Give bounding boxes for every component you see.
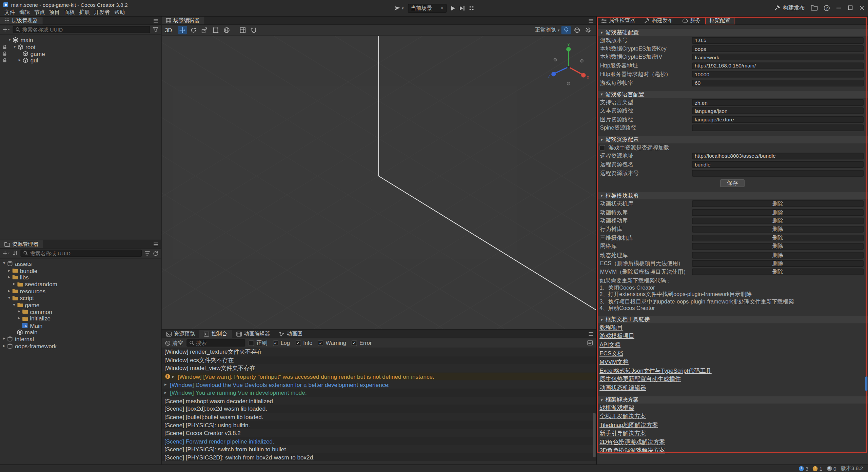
tree-node-main[interactable]: ▾main — [0, 37, 161, 43]
refresh-icon[interactable] — [153, 251, 158, 256]
mode-3d-button[interactable]: 3D — [165, 27, 172, 33]
doc-link[interactable]: 2D角色扮演游戏解决方案 — [599, 438, 665, 446]
field-input[interactable] — [692, 62, 864, 69]
doc-link[interactable]: 战棋游戏框架 — [599, 404, 634, 412]
doc-link[interactable]: 全栈开发解决方案 — [599, 412, 646, 420]
tab-框架配置[interactable]: 框架配置 — [705, 17, 735, 24]
expand-caret-icon[interactable]: ▸ — [172, 374, 178, 379]
expand-caret-icon[interactable]: ▸ — [164, 390, 170, 395]
light-toggle-button[interactable] — [561, 26, 571, 34]
section-header-game-basic[interactable]: ▾游戏基础配置 — [597, 29, 868, 36]
rect-tool-button[interactable] — [211, 26, 220, 34]
doc-link[interactable]: Excel格式转Json文件与TypeScript代码工具 — [599, 367, 712, 375]
doc-link[interactable]: 新手引导解决方案 — [599, 430, 646, 437]
field-input[interactable] — [692, 45, 864, 52]
add-asset-button[interactable] — [3, 251, 10, 256]
section-header-i18n[interactable]: ▾游戏多语言配置 — [597, 91, 868, 98]
maximize-button[interactable] — [848, 5, 853, 11]
tree-node-assets[interactable]: ▾assets — [0, 260, 161, 267]
console-log-row[interactable]: [Scene] meshopt wasm decoder initialized — [162, 397, 596, 405]
caret-right-icon[interactable]: ▸ — [2, 344, 7, 348]
checkbox-icon[interactable] — [295, 340, 301, 346]
doc-link[interactable]: 3D角色扮演游戏解决方案 — [599, 447, 665, 455]
close-button[interactable] — [859, 5, 865, 11]
console-settings-icon[interactable] — [587, 340, 593, 346]
tree-node-bundle[interactable]: ▸bundle — [0, 267, 161, 274]
menu-item[interactable]: 节点 — [34, 8, 45, 16]
filter-error[interactable]: Error — [352, 340, 372, 346]
caret-right-icon[interactable]: ▸ — [7, 275, 12, 279]
delete-module-button[interactable]: 删除 — [692, 209, 864, 216]
console-log-row[interactable]: [Scene] Cocos Creator v3.8.2 — [162, 429, 596, 437]
field-input[interactable] — [692, 153, 864, 160]
console-log-row[interactable]: [Scene] Forward render pipeline initiali… — [162, 437, 596, 445]
tab-动画编辑器[interactable]: 动画编辑器 — [232, 330, 275, 338]
tab-hierarchy[interactable]: 层级管理器 — [0, 17, 42, 24]
tree-node-game[interactable]: game — [0, 50, 161, 57]
menu-item[interactable]: 开发者 — [94, 8, 110, 16]
menu-item[interactable]: 文件 — [4, 8, 15, 16]
caret-right-icon[interactable]: ▸ — [17, 310, 22, 314]
minimize-button[interactable] — [836, 5, 841, 11]
field-input[interactable] — [692, 116, 864, 123]
tree-node-gui[interactable]: ▸gui — [0, 57, 161, 64]
console-log-row[interactable]: [Window] ecs文件夹不存在 — [162, 356, 596, 365]
tab-构建发布[interactable]: 构建发布 — [640, 17, 677, 24]
axis-neg-y-dot[interactable] — [567, 82, 570, 85]
menu-item[interactable]: 面板 — [64, 8, 75, 16]
snap-grid-button[interactable] — [238, 26, 248, 34]
field-input[interactable] — [692, 99, 864, 106]
tab-控制台[interactable]: 控制台 — [199, 330, 232, 338]
menu-item[interactable]: 帮助 — [114, 8, 125, 16]
filter-info[interactable]: Info — [295, 340, 312, 346]
tree-node-script[interactable]: ▾script — [0, 294, 161, 301]
rotate-tool-button[interactable] — [189, 26, 198, 34]
doc-link[interactable]: 原生包热更新配置自动生成插件 — [599, 375, 681, 383]
caret-down-icon[interactable]: ▾ — [7, 38, 12, 42]
tab-assets[interactable]: 资源管理器 — [0, 240, 43, 248]
clear-console-button[interactable]: 清空 — [165, 339, 183, 347]
axis-neg-x-dot[interactable] — [554, 58, 556, 61]
tab-资源预览[interactable]: 资源预览 — [162, 330, 199, 338]
caret-right-icon[interactable]: ▸ — [2, 337, 7, 341]
status-badge-warnings[interactable]: !1 — [813, 466, 822, 472]
sort-icon[interactable] — [13, 251, 18, 256]
console-log-row[interactable]: [Scene] [bullet]:bullet wasm lib loaded. — [162, 413, 596, 421]
console-log-row[interactable]: ▸[Window] [Vue warn]: Property "onInput"… — [162, 372, 596, 380]
console-log-row[interactable]: [Window] model_view文件夹不存在 — [162, 365, 596, 373]
tree-node-oops-framework[interactable]: ▸oops-framework — [0, 342, 161, 349]
expand-caret-icon[interactable]: ▸ — [164, 382, 170, 387]
scene-selector[interactable]: 当前场景 ▾ — [408, 4, 446, 13]
caret-right-icon[interactable]: ▸ — [7, 289, 12, 293]
console-log-row[interactable]: ▸[Window] Download the Vue Devtools exte… — [162, 380, 596, 389]
status-badge-messages[interactable]: i3 — [799, 466, 808, 472]
section-header-solutions[interactable]: ▾框架解决方案 — [597, 396, 868, 403]
tab-动画图[interactable]: 动画图 — [275, 330, 307, 338]
scene-settings-gear-icon[interactable] — [584, 26, 593, 34]
axis-x-handle[interactable] — [581, 73, 586, 78]
tree-node-seedrandom[interactable]: ▸seedrandom — [0, 281, 161, 288]
preview-target-button[interactable]: ▾ — [394, 5, 404, 11]
axis-z-handle[interactable] — [551, 72, 556, 76]
console-log-row[interactable]: [Scene] [PHYSICS]: switch from builtin t… — [162, 445, 596, 453]
tree-node-initialize[interactable]: ▸initialize — [0, 315, 161, 322]
caret-right-icon[interactable]: ▸ — [12, 282, 17, 287]
axis-neg-z-dot[interactable] — [580, 59, 583, 62]
tree-node-common[interactable]: ▸common — [0, 308, 161, 315]
doc-link[interactable]: API文档 — [599, 341, 620, 349]
axis-gizmo[interactable]: Y X Z — [545, 41, 592, 88]
field-input[interactable] — [692, 107, 864, 114]
caret-down-icon[interactable]: ▾ — [12, 45, 17, 49]
scene-sphere-button[interactable] — [572, 26, 582, 34]
view-mode-dropdown[interactable]: 正常浏览 ▾ — [535, 26, 560, 34]
console-log-row[interactable]: [Window] render_texture文件夹不存在 — [162, 348, 596, 356]
section-header-docs[interactable]: ▾框架文档工具链接 — [597, 316, 868, 323]
panel-menu-icon[interactable] — [589, 19, 594, 22]
section-header-resource[interactable]: ▾游戏资源配置 — [597, 136, 868, 143]
doc-link[interactable]: ECS文档 — [599, 350, 623, 357]
filter-log[interactable]: Log — [273, 340, 290, 346]
console-log-row[interactable]: [Scene] [PHYSICS]: using builtin. — [162, 421, 596, 429]
hierarchy-search-input[interactable] — [22, 26, 147, 33]
snap-toggle-button[interactable] — [249, 26, 258, 34]
field-input[interactable] — [692, 125, 864, 132]
